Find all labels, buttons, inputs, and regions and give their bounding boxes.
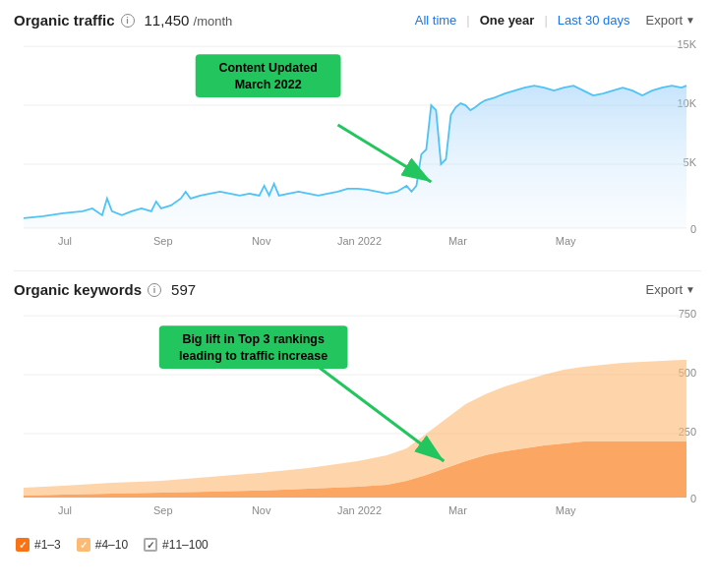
svg-text:Mar: Mar	[448, 504, 467, 516]
keywords-legend: ✓ #1–3 ✓ #4–10 ✓ #11–100	[14, 538, 701, 552]
svg-line-34	[319, 367, 445, 461]
svg-text:Jul: Jul	[58, 504, 72, 516]
svg-text:0: 0	[690, 493, 696, 504]
export-chevron-icon: ▼	[685, 15, 695, 26]
traffic-info-icon[interactable]: i	[121, 14, 135, 28]
svg-text:750: 750	[679, 308, 696, 320]
legend-checkbox-4-10[interactable]: ✓	[77, 538, 90, 552]
traffic-header: Organic traffic i 11,450 /month All time…	[14, 10, 701, 30]
svg-text:15K: 15K	[677, 38, 696, 50]
svg-text:Mar: Mar	[448, 235, 467, 247]
one-year-btn[interactable]: One year	[472, 10, 543, 30]
svg-text:Sep: Sep	[153, 504, 173, 516]
svg-text:Nov: Nov	[252, 504, 271, 516]
traffic-chart-wrapper: 15K 10K 5K 0 Jul Sep Nov Jan 2022 Mar Ma…	[14, 36, 701, 263]
main-container: Organic traffic i 11,450 /month All time…	[0, 0, 715, 561]
keywords-chart: 750 500 250 0 Jul Sep Nov Jan 2022 Mar M…	[14, 306, 701, 522]
legend-label-1-3: #1–3	[34, 538, 61, 552]
legend-label-4-10: #4–10	[95, 538, 128, 552]
svg-text:Nov: Nov	[252, 235, 271, 247]
section-divider	[14, 270, 701, 271]
time-controls: All time | One year | Last 30 days Expor…	[407, 10, 701, 30]
keywords-title-group: Organic keywords i 597	[14, 281, 196, 298]
all-time-btn[interactable]: All time	[407, 10, 465, 30]
last-30-btn[interactable]: Last 30 days	[550, 10, 638, 30]
legend-label-11-100: #11–100	[162, 538, 209, 552]
svg-text:May: May	[556, 235, 576, 247]
svg-text:0: 0	[690, 223, 696, 235]
keywords-chart-wrapper: 750 500 250 0 Jul Sep Nov Jan 2022 Mar M…	[14, 306, 701, 532]
svg-text:leading to traffic increase: leading to traffic increase	[179, 349, 328, 363]
svg-text:May: May	[556, 504, 576, 516]
svg-text:Jan 2022: Jan 2022	[337, 504, 382, 516]
traffic-chart: 15K 10K 5K 0 Jul Sep Nov Jan 2022 Mar Ma…	[14, 36, 701, 253]
traffic-title: Organic traffic	[14, 12, 115, 29]
legend-item-1-3: ✓ #1–3	[16, 538, 61, 552]
legend-item-4-10: ✓ #4–10	[77, 538, 128, 552]
svg-text:Jan 2022: Jan 2022	[337, 235, 382, 247]
svg-line-15	[338, 125, 432, 182]
svg-text:Jul: Jul	[58, 235, 72, 247]
keywords-header: Organic keywords i 597 Export ▼	[14, 279, 701, 300]
svg-text:Sep: Sep	[153, 235, 173, 247]
legend-checkbox-11-100[interactable]: ✓	[144, 538, 157, 552]
traffic-unit: /month	[194, 14, 233, 29]
traffic-metric: 11,450 /month	[145, 12, 233, 29]
svg-text:Big lift in Top 3 rankings: Big lift in Top 3 rankings	[182, 332, 325, 346]
keywords-export-btn[interactable]: Export ▼	[640, 279, 701, 300]
keywords-title: Organic keywords	[14, 281, 142, 298]
keywords-info-icon[interactable]: i	[148, 283, 161, 297]
svg-text:Content Updated: Content Updated	[218, 61, 317, 75]
svg-text:March 2022: March 2022	[235, 78, 302, 91]
traffic-export-btn[interactable]: Export ▼	[640, 10, 701, 30]
traffic-title-group: Organic traffic i 11,450 /month	[14, 12, 232, 29]
keywords-metric: 597	[171, 281, 196, 298]
export2-chevron-icon: ▼	[685, 284, 695, 295]
legend-checkbox-1-3[interactable]: ✓	[16, 538, 30, 552]
legend-item-11-100: ✓ #11–100	[144, 538, 209, 552]
